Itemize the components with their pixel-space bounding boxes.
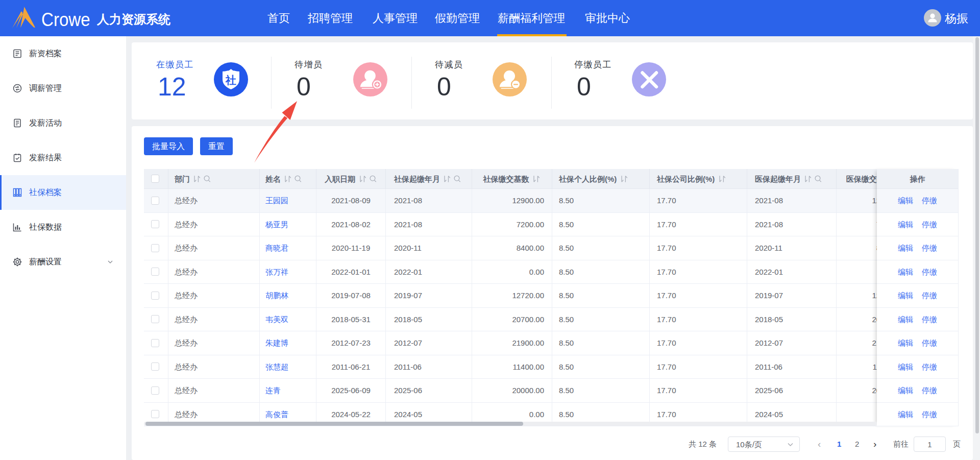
- svg-text:社: 社: [225, 74, 236, 86]
